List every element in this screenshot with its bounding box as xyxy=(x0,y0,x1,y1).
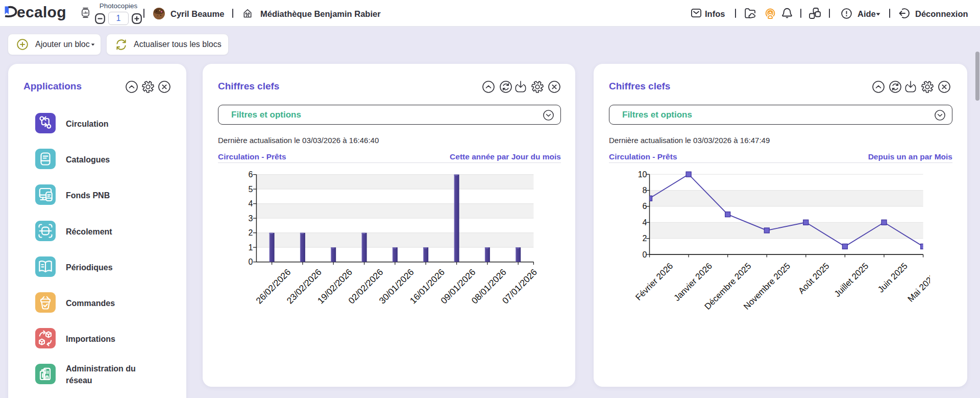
svg-text:Mai 2025: Mai 2025 xyxy=(906,272,930,304)
svg-text:8: 8 xyxy=(643,186,647,195)
svg-text:6: 6 xyxy=(248,170,253,179)
svg-text:Août 2025: Août 2025 xyxy=(796,261,831,296)
svg-text:Janvier 2026: Janvier 2026 xyxy=(672,261,714,303)
svg-text:2: 2 xyxy=(643,234,647,243)
svg-text:4: 4 xyxy=(643,218,647,227)
svg-text:Février 2026: Février 2026 xyxy=(633,261,675,302)
svg-text:10: 10 xyxy=(638,170,647,179)
svg-text:5: 5 xyxy=(248,185,253,194)
svg-text:ecalog: ecalog xyxy=(17,5,66,20)
svg-text:0: 0 xyxy=(643,250,647,259)
svg-text:3: 3 xyxy=(248,214,253,223)
svg-text:Juin 2025: Juin 2025 xyxy=(876,261,910,295)
svg-text:1: 1 xyxy=(248,243,253,252)
svg-text:4: 4 xyxy=(248,199,253,208)
svg-text:Juillet 2025: Juillet 2025 xyxy=(832,261,870,299)
svg-text:2: 2 xyxy=(248,228,253,237)
svg-text:6: 6 xyxy=(643,202,647,210)
svg-text:0: 0 xyxy=(248,257,253,266)
